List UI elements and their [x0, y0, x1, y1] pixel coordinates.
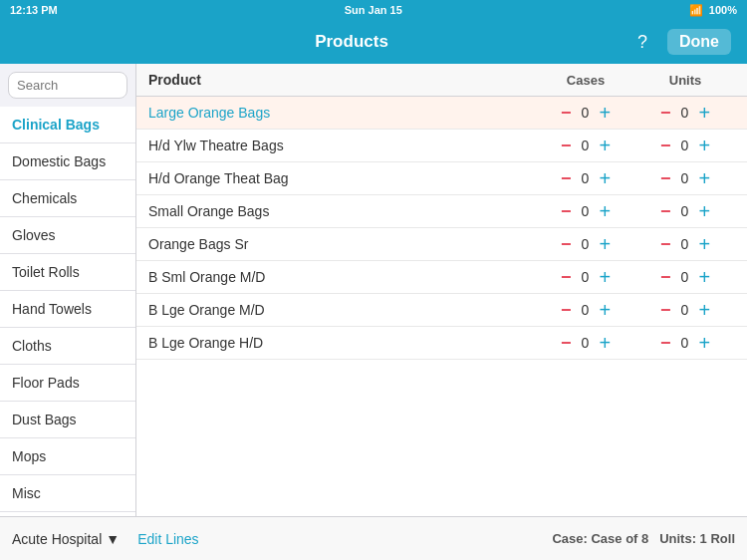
units-plus-button[interactable]: + — [698, 103, 710, 123]
search-input[interactable] — [8, 72, 127, 99]
cases-value: 0 — [577, 269, 593, 285]
units-minus-button[interactable]: − — [660, 235, 671, 253]
table-row: B Lge Orange H/D − 0 + − 0 + — [136, 327, 747, 360]
cases-plus-button[interactable]: + — [599, 267, 611, 287]
cases-plus-button[interactable]: + — [599, 234, 611, 254]
help-button[interactable]: ? — [627, 32, 657, 53]
units-value: 0 — [676, 269, 692, 285]
header-units: Units — [635, 73, 735, 88]
cases-stepper: − 0 + — [536, 103, 635, 123]
case-value: Case of 8 — [591, 531, 648, 546]
units-plus-button[interactable]: + — [698, 201, 710, 221]
cases-plus-button[interactable]: + — [599, 136, 611, 155]
product-name: H/d Ylw Theatre Bags — [148, 138, 536, 153]
product-name: B Sml Orange M/D — [148, 269, 536, 285]
cases-minus-button[interactable]: − — [561, 301, 572, 319]
units-plus-button[interactable]: + — [698, 136, 710, 155]
units-minus-button[interactable]: − — [660, 268, 671, 286]
units-value: 0 — [676, 170, 692, 186]
cases-minus-button[interactable]: − — [561, 104, 572, 122]
units-minus-button[interactable]: − — [660, 202, 671, 220]
units-minus-button[interactable]: − — [660, 104, 671, 122]
cases-stepper: − 0 + — [536, 234, 635, 254]
cases-plus-button[interactable]: + — [599, 300, 611, 320]
units-plus-button[interactable]: + — [698, 267, 710, 287]
sidebar-item[interactable]: Hand Towels — [0, 291, 135, 328]
sidebar-item[interactable]: Mops — [0, 438, 135, 475]
status-time: 12:13 PM — [10, 4, 58, 16]
units-stepper: − 0 + — [635, 136, 735, 155]
table-row: B Lge Orange M/D − 0 + − 0 + — [136, 294, 747, 327]
cases-stepper: − 0 + — [536, 168, 635, 188]
sidebar-item[interactable]: Chemicals — [0, 180, 135, 217]
table-row: Orange Bags Sr − 0 + − 0 + — [136, 228, 747, 261]
nav-title: Products — [76, 32, 627, 52]
units-stepper: − 0 + — [635, 300, 735, 320]
units-stepper: − 0 + — [635, 267, 735, 287]
sidebar-item[interactable]: Toilet Rolls — [0, 254, 135, 291]
sidebar: Clinical BagsDomestic BagsChemicalsGlove… — [0, 64, 136, 516]
cases-plus-button[interactable]: + — [599, 168, 611, 188]
units-minus-button[interactable]: − — [660, 334, 671, 352]
units-stepper: − 0 + — [635, 168, 735, 188]
units-value: 0 — [676, 138, 692, 153]
units-minus-button[interactable]: − — [660, 301, 671, 319]
table-row: H/d Ylw Theatre Bags − 0 + − 0 + — [136, 130, 747, 162]
cases-value: 0 — [577, 170, 593, 186]
units-minus-button[interactable]: − — [660, 169, 671, 187]
status-date: Sun Jan 15 — [345, 4, 402, 16]
sidebar-item[interactable]: Cloths — [0, 328, 135, 365]
sidebar-item[interactable]: Domestic Bags — [0, 143, 135, 180]
cases-minus-button[interactable]: − — [561, 235, 572, 253]
sidebar-item[interactable]: Clinical Bags — [0, 107, 135, 143]
cases-value: 0 — [577, 138, 593, 153]
cases-stepper: − 0 + — [536, 267, 635, 287]
nav-bar: Products ? Done — [0, 20, 747, 64]
units-value: 1 Roll — [700, 531, 735, 546]
cases-stepper: − 0 + — [536, 333, 635, 353]
location-selector[interactable]: Acute Hospital ▼ — [12, 531, 120, 547]
product-name: Large Orange Bags — [148, 105, 536, 121]
sidebar-item[interactable]: Gloves — [0, 217, 135, 254]
bottom-bar: Acute Hospital ▼ Edit Lines Case: Case o… — [0, 516, 747, 560]
content-area: Product Cases Units Large Orange Bags − … — [136, 64, 747, 516]
units-minus-button[interactable]: − — [660, 137, 671, 154]
cases-minus-button[interactable]: − — [561, 334, 572, 352]
units-plus-button[interactable]: + — [698, 168, 710, 188]
units-value: 0 — [676, 236, 692, 252]
done-button[interactable]: Done — [667, 29, 731, 55]
table-row: B Sml Orange M/D − 0 + − 0 + — [136, 261, 747, 294]
cases-plus-button[interactable]: + — [599, 201, 611, 221]
units-stepper: − 0 + — [635, 333, 735, 353]
sidebar-item[interactable]: Micro Fibre — [0, 512, 135, 516]
cases-minus-button[interactable]: − — [561, 202, 572, 220]
cases-plus-button[interactable]: + — [599, 333, 611, 353]
cases-minus-button[interactable]: − — [561, 137, 572, 154]
units-plus-button[interactable]: + — [698, 333, 710, 353]
sidebar-item[interactable]: Floor Pads — [0, 365, 135, 402]
table-row: H/d Orange Theat Bag − 0 + − 0 + — [136, 162, 747, 195]
table-header: Product Cases Units — [136, 64, 747, 97]
cases-minus-button[interactable]: − — [561, 169, 572, 187]
edit-lines-button[interactable]: Edit Lines — [137, 531, 198, 547]
product-name: H/d Orange Theat Bag — [148, 170, 536, 186]
sidebar-item[interactable]: Dust Bags — [0, 402, 135, 438]
units-plus-button[interactable]: + — [698, 300, 710, 320]
units-label: Units: — [659, 531, 696, 546]
wifi-icon: 📶 — [689, 4, 703, 17]
cases-stepper: − 0 + — [536, 201, 635, 221]
units-stepper: − 0 + — [635, 201, 735, 221]
product-name: B Lge Orange H/D — [148, 335, 536, 351]
battery-level: 100% — [709, 4, 737, 16]
product-name: Orange Bags Sr — [148, 236, 536, 252]
product-name: Small Orange Bags — [148, 203, 536, 219]
cases-plus-button[interactable]: + — [599, 103, 611, 123]
sidebar-item[interactable]: Misc — [0, 475, 135, 512]
table-row: Large Orange Bags − 0 + − 0 + — [136, 97, 747, 130]
cases-minus-button[interactable]: − — [561, 268, 572, 286]
header-cases: Cases — [536, 73, 635, 88]
product-name: B Lge Orange M/D — [148, 302, 536, 318]
units-plus-button[interactable]: + — [698, 234, 710, 254]
table-row: Small Orange Bags − 0 + − 0 + — [136, 195, 747, 228]
units-value: 0 — [676, 302, 692, 318]
